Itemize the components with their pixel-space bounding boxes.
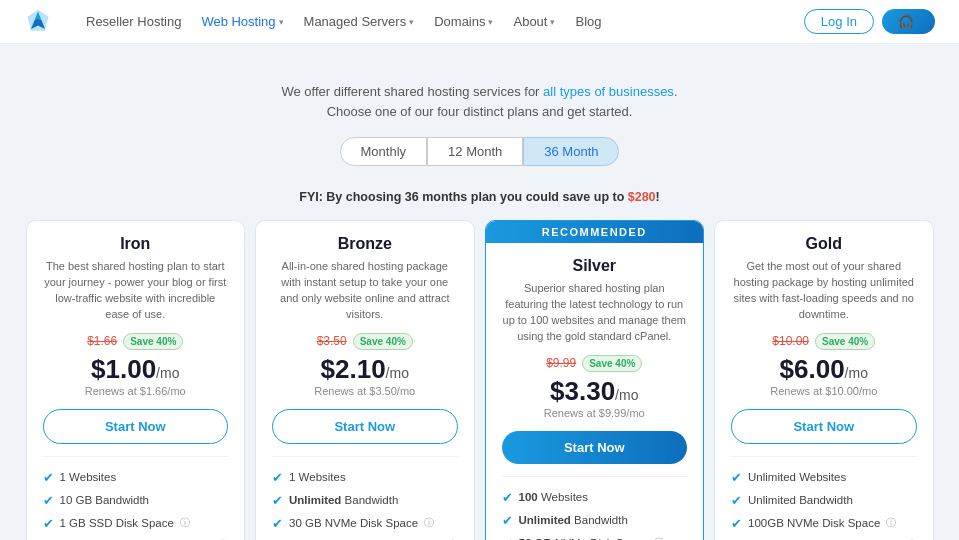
navbar: Reseller Hosting Web Hosting ▾ Managed S… bbox=[0, 0, 959, 44]
check-icon: ✔ bbox=[43, 470, 54, 487]
plan-features-iron: ✔ 1 Websites ✔ 10 GB Bandwidth ✔ 1 GB SS… bbox=[43, 456, 229, 540]
plan-card-silver: RECOMMENDEDSilverSuperior shared hosting… bbox=[485, 220, 705, 540]
nav-right: Log In 🎧 bbox=[804, 9, 935, 34]
feature-item: ✔ Unlimited Bandwidth bbox=[272, 490, 458, 513]
hero-section: We offer different shared hosting servic… bbox=[0, 44, 959, 190]
save-notice: FYI: By choosing 36 months plan you coul… bbox=[0, 190, 959, 204]
info-icon[interactable]: ⓘ bbox=[180, 516, 190, 529]
check-icon: ✔ bbox=[502, 490, 513, 507]
feature-item: ✔ 30 GB NVMe Disk Space ⓘ bbox=[272, 513, 458, 536]
plan-price-silver: $3.30/mo bbox=[502, 376, 688, 407]
plan-save-badge-iron: Save 40% bbox=[123, 333, 183, 350]
plan-price-iron: $1.00/mo bbox=[43, 354, 229, 385]
feature-text: 1 GB SSD Disk Space bbox=[60, 516, 174, 531]
start-button-iron[interactable]: Start Now bbox=[43, 409, 229, 444]
plan-card-gold: GoldGet the most out of your shared host… bbox=[714, 220, 934, 540]
feature-text: Unlimited Bandwidth bbox=[748, 493, 853, 508]
plan-renews-iron: Renews at $1.66/mo bbox=[43, 385, 229, 397]
plan-old-price-silver: $9.99 bbox=[546, 356, 576, 370]
plan-price-bronze: $2.10/mo bbox=[272, 354, 458, 385]
nav-web-hosting[interactable]: Web Hosting ▾ bbox=[193, 10, 291, 33]
recommended-badge: RECOMMENDED bbox=[486, 221, 704, 243]
plan-pricing-row-gold: $10.00 Save 40% bbox=[731, 333, 917, 350]
plan-pricing-row-iron: $1.66 Save 40% bbox=[43, 333, 229, 350]
feature-text: 1 Websites bbox=[60, 470, 117, 485]
plan-name-iron: Iron bbox=[43, 235, 229, 253]
plan-renews-gold: Renews at $10.00/mo bbox=[731, 385, 917, 397]
nav-links: Reseller Hosting Web Hosting ▾ Managed S… bbox=[78, 10, 786, 33]
site-logo[interactable] bbox=[24, 8, 52, 36]
plan-save-badge-silver: Save 40% bbox=[582, 355, 642, 372]
start-button-bronze[interactable]: Start Now bbox=[272, 409, 458, 444]
support-button[interactable]: 🎧 bbox=[882, 9, 935, 34]
plan-features-silver: ✔ 100 Websites ✔ Unlimited Bandwidth ✔ 5… bbox=[502, 476, 688, 540]
feature-text: 10 GB Bandwidth bbox=[60, 493, 150, 508]
check-icon: ✔ bbox=[731, 516, 742, 533]
check-icon: ✔ bbox=[43, 493, 54, 510]
feature-text: 50 GB NVMe Disk Space bbox=[519, 536, 649, 540]
highlight-text: all types of businesses bbox=[543, 84, 674, 99]
check-icon: ✔ bbox=[43, 516, 54, 533]
plan-name-silver: Silver bbox=[502, 257, 688, 275]
feature-item: ✔ 1 Websites bbox=[43, 467, 229, 490]
feature-item: ✔ 1 Websites bbox=[272, 467, 458, 490]
feature-item: ✔ Unlimited Websites bbox=[731, 467, 917, 490]
plan-desc-silver: Superior shared hosting plan featuring t… bbox=[502, 281, 688, 345]
info-icon[interactable]: ⓘ bbox=[654, 536, 664, 540]
info-icon[interactable]: ⓘ bbox=[886, 516, 896, 529]
plan-name-gold: Gold bbox=[731, 235, 917, 253]
feature-text: 100 Websites bbox=[519, 490, 588, 505]
plan-renews-silver: Renews at $9.99/mo bbox=[502, 407, 688, 419]
feature-item: ✔ * Free Domain Registration/Transfer ⓘ bbox=[731, 535, 917, 540]
plan-old-price-gold: $10.00 bbox=[772, 334, 809, 348]
feature-text: 100GB NVMe Disk Space bbox=[748, 516, 880, 531]
feature-text: 30 GB NVMe Disk Space bbox=[289, 516, 418, 531]
billing-monthly[interactable]: Monthly bbox=[340, 137, 428, 166]
billing-toggle: Monthly 12 Month 36 Month bbox=[20, 137, 939, 166]
plan-save-badge-bronze: Save 40% bbox=[353, 333, 413, 350]
nav-blog[interactable]: Blog bbox=[567, 10, 609, 33]
plans-grid: IronThe best shared hosting plan to star… bbox=[10, 220, 950, 540]
plan-old-price-bronze: $3.50 bbox=[317, 334, 347, 348]
nav-about[interactable]: About ▾ bbox=[505, 10, 563, 33]
support-icon: 🎧 bbox=[898, 14, 914, 29]
plan-pricing-row-bronze: $3.50 Save 40% bbox=[272, 333, 458, 350]
feature-text: Unlimited Websites bbox=[748, 470, 846, 485]
info-icon[interactable]: ⓘ bbox=[424, 516, 434, 529]
plan-desc-iron: The best shared hosting plan to start yo… bbox=[43, 259, 229, 323]
login-button[interactable]: Log In bbox=[804, 9, 874, 34]
check-icon: ✔ bbox=[731, 493, 742, 510]
start-button-silver[interactable]: Start Now bbox=[502, 431, 688, 464]
nav-managed-servers[interactable]: Managed Servers ▾ bbox=[296, 10, 423, 33]
feature-text: Unlimited Bandwidth bbox=[519, 513, 628, 528]
start-button-gold[interactable]: Start Now bbox=[731, 409, 917, 444]
feature-text: Unlimited Bandwidth bbox=[289, 493, 398, 508]
plan-card-iron: IronThe best shared hosting plan to star… bbox=[26, 220, 246, 540]
billing-12month[interactable]: 12 Month bbox=[427, 137, 523, 166]
check-icon: ✔ bbox=[502, 536, 513, 540]
plan-price-gold: $6.00/mo bbox=[731, 354, 917, 385]
hero-description: We offer different shared hosting servic… bbox=[260, 82, 700, 121]
feature-text: 1 Websites bbox=[289, 470, 346, 485]
feature-item: ✔ * Free Domain Registration/Transfer ⓘ bbox=[272, 535, 458, 540]
plan-save-badge-gold: Save 40% bbox=[815, 333, 875, 350]
plan-card-bronze: BronzeAll-in-one shared hosting package … bbox=[255, 220, 475, 540]
plan-pricing-row-silver: $9.99 Save 40% bbox=[502, 355, 688, 372]
feature-item: ✔ 100GB NVMe Disk Space ⓘ bbox=[731, 513, 917, 536]
check-icon: ✔ bbox=[272, 493, 283, 510]
plan-features-gold: ✔ Unlimited Websites ✔ Unlimited Bandwid… bbox=[731, 456, 917, 540]
check-icon: ✔ bbox=[272, 470, 283, 487]
plan-desc-bronze: All-in-one shared hosting package with i… bbox=[272, 259, 458, 323]
plan-desc-gold: Get the most out of your shared hosting … bbox=[731, 259, 917, 323]
billing-36month[interactable]: 36 Month bbox=[523, 137, 619, 166]
plan-name-bronze: Bronze bbox=[272, 235, 458, 253]
nav-reseller-hosting[interactable]: Reseller Hosting bbox=[78, 10, 189, 33]
plan-old-price-iron: $1.66 bbox=[87, 334, 117, 348]
feature-item: ✔ 50 GB NVMe Disk Space ⓘ bbox=[502, 533, 688, 540]
nav-domains[interactable]: Domains ▾ bbox=[426, 10, 501, 33]
save-amount: $280 bbox=[628, 190, 656, 204]
feature-item: ✔ Unlimited Bandwidth bbox=[502, 510, 688, 533]
check-icon: ✔ bbox=[272, 516, 283, 533]
check-icon: ✔ bbox=[502, 513, 513, 530]
feature-item: ✔ 100 Websites bbox=[502, 487, 688, 510]
